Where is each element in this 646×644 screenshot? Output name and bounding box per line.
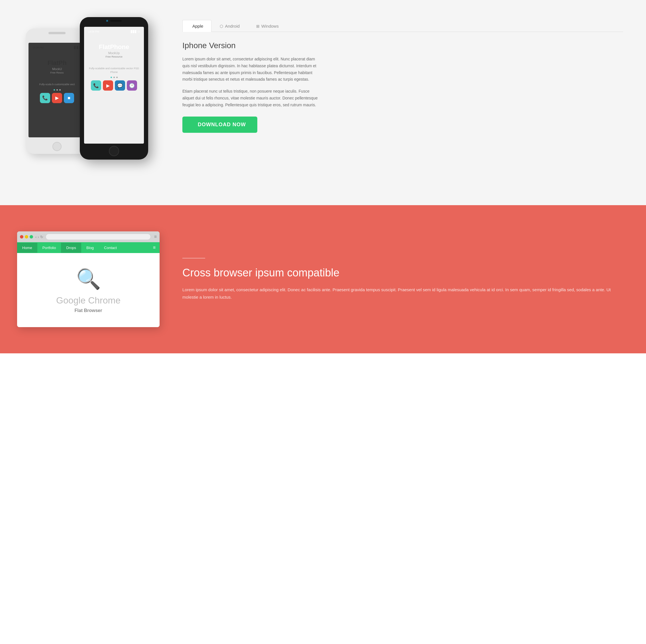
white-phone-appsub: MockU: [52, 67, 62, 71]
black-phone-icons: 📞 ▶ 💬 🕐: [91, 80, 137, 91]
bottom-divider: [182, 258, 205, 258]
white-phone-time: 14:06 PM: [32, 46, 43, 49]
white-phone-dots: [53, 89, 61, 91]
phone-white-mockup: 14:06 PM ▊ ▊ ▊ FlatPh MockU Free Resou F…: [26, 28, 88, 154]
browser-close-dot[interactable]: [20, 235, 23, 238]
bnav-home[interactable]: Home: [17, 243, 37, 253]
black-phone-applabel: Free Resource: [105, 55, 122, 58]
windows-icon: ⊞: [256, 24, 259, 28]
refresh-icon[interactable]: ↻: [40, 235, 43, 239]
tab-android-label: Android: [225, 24, 240, 28]
bottom-body: Lorem ipsum dolor sit amet, consectetur …: [182, 286, 623, 301]
iphone-version-title: Iphone Version: [182, 41, 623, 50]
browser-minimize-dot[interactable]: [25, 235, 28, 238]
black-dot-1: [111, 77, 112, 78]
app-icon-play: ▶: [52, 93, 62, 103]
back-arrow[interactable]: ‹: [35, 235, 36, 239]
black-home-button[interactable]: [109, 146, 119, 156]
tab-apple[interactable]: Apple: [182, 20, 211, 32]
bnav-drops[interactable]: Drops: [61, 243, 81, 253]
dot-2: [57, 89, 58, 91]
white-phone-appname: FlatPh: [47, 59, 67, 67]
download-button-label: DOWNLOAD NOW: [198, 122, 246, 128]
white-phone-desc: Fully-scala b customizable vect: [39, 83, 75, 86]
browser-nav-arrows: ‹ › ↻: [35, 235, 43, 239]
browser-app-title: Google Chrome: [56, 295, 120, 306]
browser-section: ‹ › ↻ ≡ Home Portfolio Drops Blog Contac…: [0, 205, 646, 353]
browser-toolbar: ‹ › ↻ ≡: [17, 231, 159, 242]
app-icon-phone: 📞: [40, 93, 50, 103]
black-phone-screen: 14:06 PM ▊▊▊ ⊡ FlatPhone MockUp Free Res…: [84, 27, 144, 144]
black-phone-speaker: [110, 20, 122, 22]
phone-mockup-area: 14:06 PM ▊ ▊ ▊ FlatPh MockU Free Resou F…: [17, 17, 165, 188]
black-app-icon-play: ▶: [103, 80, 113, 91]
iphone-body-2: Etiam placerat nunc ut tellus tristique,…: [182, 88, 319, 108]
black-phone-dots: [111, 77, 118, 78]
black-app-icon-phone: 📞: [91, 80, 101, 91]
bnav-portfolio[interactable]: Portfolio: [37, 243, 61, 253]
black-phone-camera: [106, 20, 108, 22]
bnav-contact[interactable]: Contact: [99, 243, 122, 253]
forward-arrow[interactable]: ›: [37, 235, 39, 239]
black-phone-signal: ▊▊▊ ⊡: [131, 30, 140, 33]
black-dot-3: [116, 77, 118, 78]
browser-content-area: 🔍 Google Chrome Flat Browser: [17, 253, 159, 327]
browser-navmenu: Home Portfolio Drops Blog Contact ≡: [17, 242, 159, 253]
download-button[interactable]: DOWNLOAD NOW: [182, 117, 257, 133]
browser-traffic-lights: [20, 235, 33, 238]
bnav-hamburger-icon[interactable]: ≡: [149, 242, 159, 253]
black-phone-time: 14:06 PM: [88, 30, 99, 33]
black-app-icon-chat: 💬: [115, 80, 125, 91]
black-dot-2: [113, 77, 115, 78]
right-panel: Apple ⬡ Android ⊞ Windows Iphone Version…: [165, 17, 623, 133]
bottom-text-area: Cross browser ipsum compatible Lorem ips…: [182, 258, 623, 301]
chrome-search-icon: 🔍: [76, 267, 101, 291]
browser-app-subtitle: Flat Browser: [75, 308, 102, 313]
bnav-blog[interactable]: Blog: [81, 243, 99, 253]
app-icon-extra: ■: [64, 93, 74, 103]
iphone-body-1: Lorem ipsum dolor sit amet, consectetur …: [182, 56, 319, 83]
tab-android[interactable]: ⬡ Android: [211, 20, 248, 32]
platform-tabs: Apple ⬡ Android ⊞ Windows: [182, 20, 623, 32]
browser-address-bar[interactable]: [45, 234, 151, 240]
phone-section: 14:06 PM ▊ ▊ ▊ FlatPh MockU Free Resou F…: [0, 0, 646, 205]
android-icon: ⬡: [220, 24, 223, 28]
browser-maximize-dot[interactable]: [30, 235, 33, 238]
white-phone-icons: 📞 ▶ ■: [40, 93, 74, 103]
black-app-icon-clock: 🕐: [127, 80, 137, 91]
white-phone-applabel: Free Resou: [50, 71, 64, 74]
bottom-heading: Cross browser ipsum compatible: [182, 266, 623, 280]
white-home-button[interactable]: [52, 142, 62, 151]
black-phone-appname: FlatPhone: [99, 43, 129, 51]
dot-3: [59, 89, 61, 91]
dot-1: [53, 89, 55, 91]
black-phone-desc: Fully-scalable and customizable vector P…: [86, 67, 142, 74]
tab-windows-label: Windows: [261, 24, 279, 28]
tab-windows[interactable]: ⊞ Windows: [248, 20, 287, 32]
browser-mockup: ‹ › ↻ ≡ Home Portfolio Drops Blog Contac…: [17, 231, 159, 327]
black-phone-appsub: MockUp: [108, 51, 120, 55]
phone-black-mockup: 14:06 PM ▊▊▊ ⊡ FlatPhone MockUp Free Res…: [80, 17, 148, 159]
tab-apple-label: Apple: [192, 24, 203, 28]
browser-menu-icon[interactable]: ≡: [154, 234, 157, 239]
